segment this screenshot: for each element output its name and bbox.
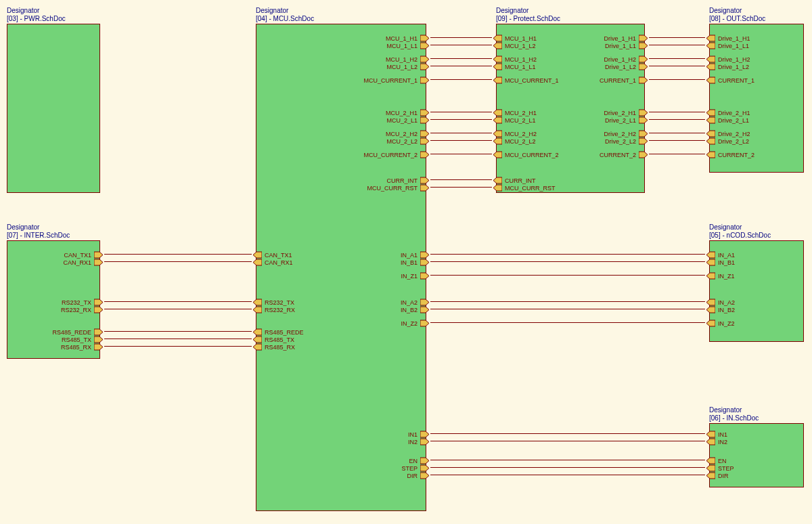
ncod-block: IN_A1IN_B1IN_Z1IN_A2IN_B2IN_Z2 [709, 240, 804, 342]
port-arrow-icon [94, 343, 104, 351]
port-arrow-icon [493, 109, 502, 116]
port-label: MCU_CURR_RST [367, 185, 418, 192]
svg-marker-60 [706, 138, 715, 144]
out-block: Drive_1_H1Drive_1_L1Drive_1_H2Drive_1_L2… [709, 24, 804, 173]
port-arrow-icon [706, 251, 715, 259]
port-label: IN_B1 [718, 259, 735, 266]
port-label: IN_Z2 [718, 320, 735, 327]
port-arrow-icon [420, 472, 430, 479]
port: IN1 [706, 431, 727, 438]
svg-marker-64 [94, 299, 103, 305]
port-arrow-icon [493, 184, 502, 192]
port: MCU_1_L2 [493, 42, 536, 49]
port-label: IN_A2 [718, 299, 735, 306]
svg-marker-37 [493, 131, 502, 137]
svg-marker-51 [639, 152, 648, 158]
port-label: CAN_TX1 [64, 252, 91, 259]
in-sub: [06] - IN.SchDoc [709, 414, 759, 422]
port: IN_A1 [401, 251, 430, 259]
svg-marker-79 [706, 473, 715, 479]
port-arrow-icon [94, 251, 104, 259]
port-label: MCU_CURR_RST [505, 185, 556, 192]
wire [104, 346, 252, 347]
port: IN_A2 [706, 299, 735, 306]
svg-marker-50 [639, 138, 648, 144]
svg-marker-1 [420, 43, 429, 49]
port-label: Drive_2_H1 [604, 110, 636, 116]
svg-marker-44 [639, 56, 648, 62]
port-arrow-icon [706, 438, 715, 445]
protect-sub: [09] - Protect.SchDoc [496, 15, 560, 22]
wire [430, 441, 705, 441]
port-arrow-icon [94, 336, 104, 343]
port-label: RS485_TX [62, 336, 91, 343]
svg-marker-68 [94, 344, 103, 350]
port: IN2 [706, 438, 727, 445]
port-arrow-icon [420, 77, 430, 84]
port-label: CAN_TX1 [265, 252, 292, 259]
svg-marker-65 [94, 307, 103, 313]
port: RS232_RX [252, 306, 295, 313]
port: Drive_2_H1 [706, 109, 750, 116]
port: RS232_TX [62, 299, 104, 306]
svg-marker-35 [493, 110, 502, 116]
port-label: MCU_1_H1 [505, 35, 537, 42]
svg-marker-5 [420, 110, 429, 116]
svg-marker-42 [639, 35, 648, 41]
port: MCU_1_H2 [386, 56, 430, 63]
wire [649, 133, 705, 133]
ncod-sub: [05] - nCOD.SchDoc [709, 232, 771, 239]
port-label: Drive_1_L2 [605, 64, 636, 70]
port: RS232_RX [61, 306, 104, 313]
port-arrow-icon [706, 259, 715, 266]
port-arrow-icon [706, 130, 715, 137]
port: CURRENT_1 [706, 77, 754, 84]
port: MCU_CURR_RST [367, 184, 430, 192]
pwr-title: Designator [7, 7, 39, 14]
wire [649, 45, 705, 45]
port: IN_A2 [401, 299, 430, 306]
port-label: MCU_2_H1 [505, 110, 537, 116]
wire [104, 261, 252, 262]
port-arrow-icon [252, 343, 262, 351]
port-label: IN_Z1 [718, 273, 735, 280]
port: Drive_1_L2 [605, 63, 648, 70]
wire [430, 275, 705, 276]
svg-marker-36 [493, 117, 502, 123]
port: MCU_2_H1 [386, 109, 430, 116]
port: IN_B2 [401, 306, 430, 313]
port-label: RS232_RX [265, 307, 295, 313]
svg-marker-9 [420, 152, 429, 158]
svg-marker-32 [493, 56, 502, 62]
port-label: CURR_INT [505, 177, 536, 184]
port: EN [706, 457, 727, 464]
port-arrow-icon [252, 328, 262, 336]
wire [430, 254, 705, 255]
port: MCU_CURR_RST [493, 184, 556, 192]
port-label: IN2 [718, 439, 727, 445]
port-arrow-icon [706, 151, 715, 158]
port: MCU_1_L2 [386, 63, 430, 70]
port-label: MCU_2_L1 [505, 117, 536, 124]
port-arrow-icon [639, 35, 648, 42]
svg-marker-40 [493, 177, 502, 183]
port-arrow-icon [706, 320, 715, 327]
port: IN_Z1 [401, 272, 430, 280]
svg-marker-57 [706, 110, 715, 116]
wire [104, 331, 252, 332]
port-label: MCU_CURRENT_2 [505, 152, 559, 158]
wire [430, 79, 492, 80]
port: Drive_1_H1 [706, 35, 750, 42]
port-arrow-icon [94, 328, 104, 336]
svg-marker-28 [253, 336, 262, 343]
port-arrow-icon [493, 42, 502, 49]
port-label: IN_B1 [401, 259, 418, 266]
svg-marker-69 [706, 252, 715, 258]
wire [430, 467, 705, 468]
port: CAN_RX1 [252, 259, 293, 266]
svg-marker-62 [94, 252, 103, 258]
svg-marker-67 [94, 336, 103, 343]
port-label: Drive_2_L2 [605, 138, 636, 145]
port-label: RS232_TX [62, 299, 91, 306]
wire [430, 140, 492, 141]
